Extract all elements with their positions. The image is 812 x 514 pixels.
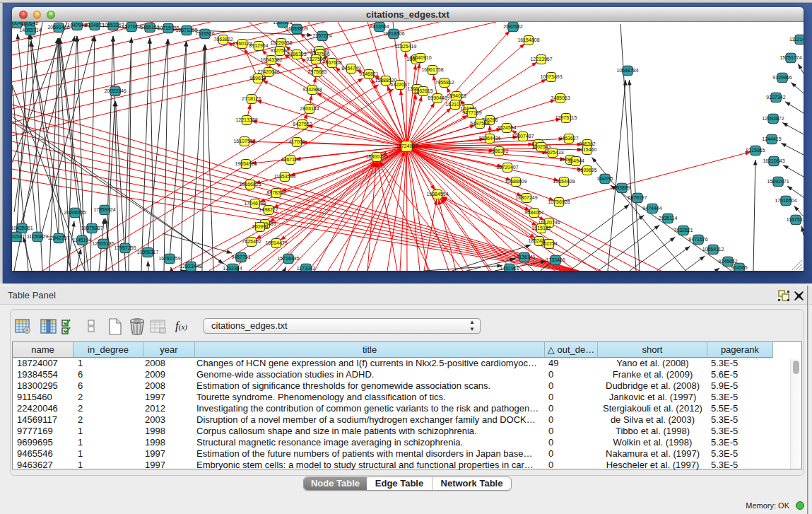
svg-text:880641: 880641	[21, 22, 37, 25]
svg-text:12213967: 12213967	[530, 57, 552, 62]
svg-text:11353594: 11353594	[274, 174, 296, 179]
svg-text:9245652: 9245652	[718, 259, 737, 264]
svg-text:7632621: 7632621	[673, 228, 693, 233]
svg-text:10688609: 10688609	[505, 179, 526, 184]
svg-text:9242848: 9242848	[302, 87, 322, 92]
svg-text:9699695: 9699695	[577, 168, 596, 173]
svg-text:16961758: 16961758	[421, 67, 443, 72]
svg-text:9457791: 9457791	[231, 255, 250, 259]
svg-text:1292344: 1292344	[223, 266, 242, 271]
svg-text:9146821: 9146821	[359, 71, 378, 76]
svg-text:164095: 164095	[596, 176, 613, 181]
svg-text:8186323: 8186323	[287, 52, 306, 57]
svg-text:1047943: 1047943	[67, 23, 86, 28]
svg-text:9474444: 9474444	[642, 206, 661, 211]
svg-text:10653267: 10653267	[102, 23, 124, 28]
svg-text:10648784: 10648784	[616, 68, 638, 73]
svg-text:16210643: 16210643	[763, 158, 784, 163]
svg-text:12975115: 12975115	[555, 115, 577, 120]
svg-text:12923448: 12923448	[180, 264, 201, 269]
svg-text:8215955: 8215955	[746, 148, 765, 153]
svg-text:1002543: 1002543	[531, 144, 551, 149]
svg-text:6879197: 6879197	[628, 195, 647, 200]
svg-text:9084067: 9084067	[524, 210, 543, 215]
svg-text:19218506: 19218506	[382, 31, 404, 36]
svg-text:1527602: 1527602	[122, 24, 141, 29]
svg-text:417006: 417006	[288, 139, 305, 144]
svg-text:1244415: 1244415	[762, 136, 781, 141]
svg-text:252254: 252254	[541, 241, 557, 246]
svg-text:10756928: 10756928	[548, 199, 570, 204]
svg-text:16154808: 16154808	[517, 37, 539, 42]
svg-text:20364436: 20364436	[478, 136, 500, 141]
svg-text:9227342: 9227342	[766, 95, 785, 100]
svg-text:12505135: 12505135	[92, 241, 114, 246]
svg-text:7357224: 7357224	[312, 33, 331, 38]
svg-text:2935114: 2935114	[659, 216, 678, 221]
svg-text:19975887: 19975887	[81, 226, 102, 230]
svg-text:154944: 154944	[567, 158, 584, 163]
svg-text:20691406: 20691406	[47, 25, 69, 30]
svg-text:16107552: 16107552	[233, 139, 255, 144]
svg-text:924565: 924565	[731, 265, 747, 270]
svg-text:15716485: 15716485	[277, 256, 299, 261]
svg-text:10807487: 10807487	[512, 134, 534, 139]
svg-text:8912954: 8912954	[249, 43, 268, 48]
svg-text:11156829: 11156829	[27, 234, 48, 239]
svg-text:8878332: 8878332	[266, 190, 286, 195]
svg-text:1615132: 1615132	[531, 226, 551, 230]
svg-text:893889: 893889	[613, 185, 630, 190]
svg-text:6497568: 6497568	[470, 121, 489, 126]
svg-text:9463627: 9463627	[559, 136, 578, 141]
svg-text:17957255: 17957255	[114, 245, 136, 250]
svg-text:15226058: 15226058	[270, 40, 292, 45]
svg-text:7485063: 7485063	[551, 95, 570, 100]
svg-text:7986372: 7986372	[489, 148, 508, 153]
svg-text:17016504: 17016504	[775, 198, 796, 203]
svg-text:19654923: 19654923	[235, 161, 257, 166]
svg-text:12213389: 12213389	[235, 117, 257, 122]
svg-text:1733426: 1733426	[546, 257, 565, 262]
svg-text:7625402: 7625402	[242, 239, 261, 244]
svg-text:1498222: 1498222	[259, 207, 278, 212]
svg-text:9777169: 9777169	[462, 110, 481, 115]
svg-text:20053346: 20053346	[104, 88, 126, 93]
svg-text:16543382: 16543382	[260, 57, 282, 62]
svg-text:16033809: 16033809	[286, 26, 307, 31]
svg-text:20206555: 20206555	[64, 210, 86, 215]
svg-text:11325419: 11325419	[395, 44, 417, 49]
svg-text:19166825: 19166825	[239, 182, 261, 187]
svg-text:19384554: 19384554	[426, 192, 448, 197]
svg-text:19435061: 19435061	[12, 226, 33, 230]
svg-text:2803144: 2803144	[300, 106, 319, 111]
svg-text:18724007: 18724007	[396, 144, 418, 148]
svg-text:17046798: 17046798	[244, 201, 266, 206]
svg-text:8454749: 8454749	[341, 66, 360, 71]
svg-text:10654112: 10654112	[702, 247, 724, 252]
svg-text:14136141: 14136141	[513, 255, 535, 259]
svg-text:7515526: 7515526	[195, 31, 214, 36]
svg-text:8813054: 8813054	[370, 24, 389, 29]
svg-text:1064921: 1064921	[273, 22, 292, 25]
svg-text:14055714: 14055714	[19, 28, 41, 33]
svg-text:16914479: 16914479	[265, 240, 287, 245]
svg-text:15751074: 15751074	[779, 55, 801, 60]
svg-text:8427552: 8427552	[293, 122, 312, 127]
svg-text:18807249: 18807249	[515, 195, 537, 200]
svg-text:10958117: 10958117	[137, 250, 159, 255]
svg-text:12942757: 12942757	[47, 235, 69, 240]
svg-text:15692971: 15692971	[767, 179, 789, 184]
svg-text:3624554: 3624554	[497, 125, 516, 130]
svg-text:10973493: 10973493	[540, 74, 562, 79]
svg-text:1262615: 1262615	[413, 88, 433, 93]
svg-text:3267110: 3267110	[281, 157, 300, 162]
svg-text:9115460: 9115460	[578, 147, 597, 152]
svg-text:1145194: 1145194	[73, 238, 92, 243]
svg-text:11121447: 11121447	[789, 37, 804, 42]
svg-text:2867608: 2867608	[322, 60, 341, 65]
svg-text:391547: 391547	[12, 234, 25, 239]
svg-text:7955812: 7955812	[435, 80, 454, 85]
svg-text:16640910: 16640910	[409, 55, 431, 60]
svg-text:8990448: 8990448	[428, 95, 447, 100]
svg-text:12093872: 12093872	[762, 116, 784, 121]
